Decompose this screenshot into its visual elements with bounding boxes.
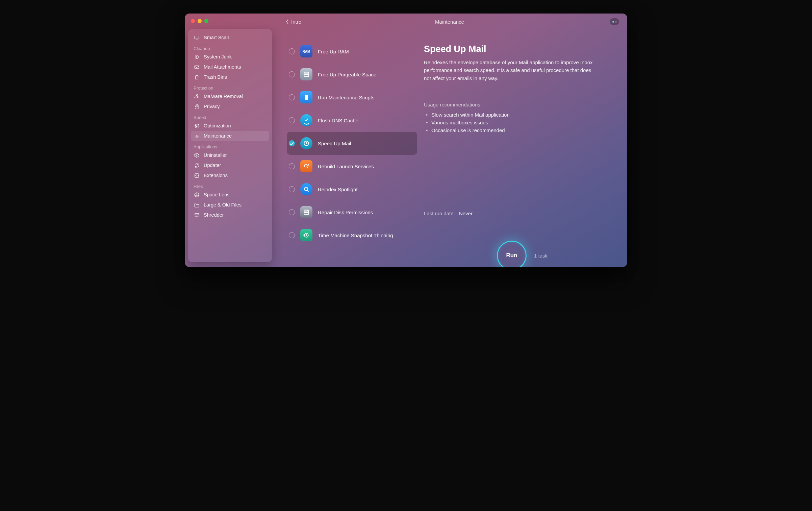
sidebar-item-mail-attachments[interactable]: Mail Attachments xyxy=(188,62,272,72)
task-icon: RAM xyxy=(300,45,312,57)
svg-point-6 xyxy=(195,97,196,98)
task-checkbox[interactable] xyxy=(289,209,295,215)
svg-point-8 xyxy=(195,124,196,125)
sidebar-item-label: Shredder xyxy=(204,212,224,218)
sidebar-item-label: Maintenance xyxy=(204,133,232,139)
task-checkbox[interactable] xyxy=(289,232,295,238)
svg-point-5 xyxy=(196,94,197,95)
task-label: Run Maintenance Scripts xyxy=(318,95,375,100)
task-row-repair-disk-permissions[interactable]: Repair Disk Permissions xyxy=(287,201,417,224)
task-label: Reindex Spotlight xyxy=(318,187,358,192)
sidebar-item-extensions[interactable]: Extensions xyxy=(188,170,272,180)
svg-point-23 xyxy=(304,187,308,191)
task-label: Speed Up Mail xyxy=(318,141,351,146)
svg-point-7 xyxy=(197,97,199,98)
window-controls xyxy=(191,19,208,23)
close-window-button[interactable] xyxy=(191,19,195,23)
svg-rect-19 xyxy=(305,97,308,97)
sidebar-item-label: Extensions xyxy=(204,173,228,178)
sidebar-item-updater[interactable]: Updater xyxy=(188,160,272,170)
sidebar-item-label: Large & Old Files xyxy=(204,202,242,208)
wrench-icon xyxy=(194,133,200,139)
trash-icon xyxy=(194,74,200,80)
task-row-flush-dns-cache[interactable]: DNSFlush DNS Cache xyxy=(287,109,417,132)
sidebar-item-label: Optimization xyxy=(204,123,231,128)
hand-icon xyxy=(194,103,200,110)
task-row-reindex-spotlight[interactable]: Reindex Spotlight xyxy=(287,178,417,201)
sidebar-item-label: Smart Scan xyxy=(204,35,229,40)
usage-item: Slow search within Mail application xyxy=(424,111,606,119)
task-icon xyxy=(300,160,312,172)
task-row-run-maintenance-scripts[interactable]: Run Maintenance Scripts xyxy=(287,86,417,109)
monitor-icon xyxy=(194,34,200,41)
sidebar-item-label: Malware Removal xyxy=(204,94,243,99)
task-label: Rebuild Launch Services xyxy=(318,164,374,169)
task-label: Time Machine Snapshot Thinning xyxy=(318,233,393,238)
task-icon xyxy=(300,229,312,241)
sidebar-section-title: Files xyxy=(188,180,272,190)
sidebar-item-space-lens[interactable]: Space Lens xyxy=(188,190,272,200)
run-button[interactable]: Run xyxy=(497,241,527,267)
task-label: Flush DNS Cache xyxy=(318,118,358,123)
task-checkbox[interactable] xyxy=(289,48,295,54)
back-button[interactable]: Intro xyxy=(285,19,301,25)
task-checkbox[interactable] xyxy=(289,94,295,100)
svg-rect-20 xyxy=(305,97,307,98)
task-checkbox[interactable] xyxy=(289,117,295,123)
sidebar-item-label: Privacy xyxy=(204,104,220,109)
sidebar-item-optimization[interactable]: Optimization xyxy=(188,121,272,131)
task-icon xyxy=(300,91,312,103)
usage-list: Slow search within Mail applicationVario… xyxy=(424,111,606,134)
task-row-speed-up-mail[interactable]: Speed Up Mail xyxy=(287,132,417,155)
biohazard-icon xyxy=(194,93,200,99)
zoom-window-button[interactable] xyxy=(204,19,208,23)
task-checkbox[interactable] xyxy=(289,186,295,192)
sidebar-item-trash-bins[interactable]: Trash Bins xyxy=(188,72,272,82)
task-checkbox[interactable] xyxy=(289,71,295,77)
sidebar-item-label: Updater xyxy=(204,163,221,168)
sidebar-item-maintenance[interactable]: Maintenance xyxy=(191,131,269,141)
sidebar-item-system-junk[interactable]: System Junk xyxy=(188,52,272,62)
svg-point-4 xyxy=(196,96,197,97)
lens-icon xyxy=(194,192,200,198)
svg-point-9 xyxy=(196,126,197,127)
refresh-icon xyxy=(194,162,200,168)
sidebar-item-malware-removal[interactable]: Malware Removal xyxy=(188,91,272,101)
last-run-label: Last run date: xyxy=(424,211,455,216)
task-row-rebuild-launch-services[interactable]: Rebuild Launch Services xyxy=(287,155,417,178)
task-icon: DNS xyxy=(300,114,312,126)
status-dot-icon xyxy=(612,21,614,23)
task-checkbox[interactable] xyxy=(289,163,295,169)
status-dot-icon xyxy=(615,21,617,23)
svg-rect-16 xyxy=(304,72,308,74)
detail-description: Reindexes the envelope database of your … xyxy=(424,58,600,82)
sidebar-item-large-old-files[interactable]: Large & Old Files xyxy=(188,200,272,210)
task-label: Free Up Purgeable Space xyxy=(318,72,376,77)
chevron-left-icon xyxy=(285,19,289,24)
sidebar-item-label: Mail Attachments xyxy=(204,64,241,70)
task-row-free-up-purgeable-space[interactable]: Free Up Purgeable Space xyxy=(287,63,417,86)
sidebar-item-smart-scan[interactable]: Smart Scan xyxy=(188,32,272,43)
detail-panel: Speed Up Mail Reindexes the envelope dat… xyxy=(417,30,627,267)
task-count-label: 1 task xyxy=(534,253,548,259)
svg-point-10 xyxy=(198,124,199,125)
box-icon xyxy=(194,152,200,158)
minimize-window-button[interactable] xyxy=(198,19,202,23)
task-icon xyxy=(300,183,312,195)
task-icon xyxy=(300,137,312,149)
task-label: Repair Disk Permissions xyxy=(318,210,373,215)
sidebar-item-shredder[interactable]: Shredder xyxy=(188,210,272,220)
task-icon xyxy=(300,68,312,80)
svg-rect-0 xyxy=(195,36,199,39)
svg-rect-3 xyxy=(195,66,199,69)
topbar: Intro Maintenance xyxy=(272,14,627,30)
chip-icon xyxy=(194,54,200,60)
task-row-free-up-ram[interactable]: RAMFree Up RAM xyxy=(287,40,417,63)
svg-rect-15 xyxy=(304,74,308,77)
sidebar-item-uninstaller[interactable]: Uninstaller xyxy=(188,150,272,160)
task-row-time-machine-snapshot-thinning[interactable]: Time Machine Snapshot Thinning xyxy=(287,224,417,247)
sidebar-item-privacy[interactable]: Privacy xyxy=(188,101,272,112)
assistant-badge[interactable] xyxy=(610,18,619,25)
task-checkbox[interactable] xyxy=(289,140,295,146)
puzzle-icon xyxy=(194,172,200,178)
